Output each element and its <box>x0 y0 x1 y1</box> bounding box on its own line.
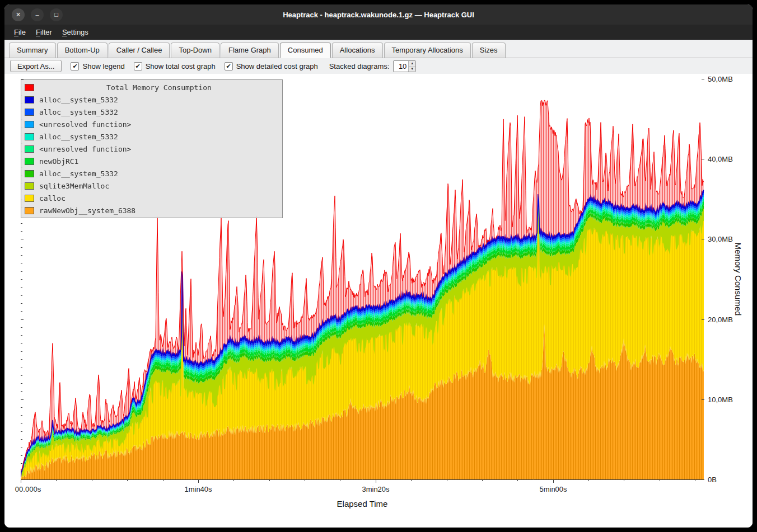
x-axis-title: Elapsed Time <box>337 499 388 509</box>
y-tick-label: 30,0MB <box>708 235 733 243</box>
y-tick-label: 0B <box>708 475 717 484</box>
y-tick-label: 10,0MB <box>708 396 733 404</box>
show-detailed-cost-option[interactable]: ✔ Show detailed cost graph <box>225 62 318 70</box>
chart-legend: Total Memory Consumption alloc__system_5… <box>21 79 283 218</box>
y-tick-label: 40,0MB <box>708 155 733 163</box>
check-icon: ✔ <box>72 63 77 70</box>
menu-file[interactable]: File <box>9 26 31 39</box>
menu-settings[interactable]: Settings <box>57 26 94 39</box>
legend-item: <unresolved function> <box>21 118 282 130</box>
legend-title-row: Total Memory Consumption <box>21 81 282 93</box>
minimize-button[interactable]: – <box>31 8 44 21</box>
legend-swatch <box>25 158 34 165</box>
legend-item: alloc__system_5332 <box>21 130 282 143</box>
check-icon: ✔ <box>135 63 141 70</box>
legend-item: alloc__system_5332 <box>21 93 282 106</box>
x-tick-label: 00.000s <box>15 485 41 493</box>
titlebar: ✕ – □ Heaptrack - heaptrack.wakunode.1.g… <box>4 4 753 25</box>
legend-swatch <box>25 121 34 128</box>
legend-item: sqlite3MemMalloc <box>21 180 282 192</box>
show-legend-label: Show legend <box>82 62 124 70</box>
maximize-icon: □ <box>54 11 58 18</box>
legend-swatch <box>25 195 34 202</box>
legend-item: alloc__system_5332 <box>21 167 282 180</box>
tab-flame-graph[interactable]: Flame Graph <box>221 43 279 58</box>
tab-bar: Summary Bottom-Up Caller / Callee Top-Do… <box>4 40 753 58</box>
legend-swatch-total <box>25 84 34 91</box>
show-detailed-cost-label: Show detailed cost graph <box>236 62 318 70</box>
consumed-chart: 50,0MB 40,0MB 30,0MB 20,0MB 10,0MB 0B 00… <box>4 74 753 528</box>
tab-consumed[interactable]: Consumed <box>280 43 331 58</box>
legend-title: Total Memory Consumption <box>39 83 279 92</box>
tab-summary[interactable]: Summary <box>9 43 56 58</box>
spin-up-icon[interactable]: ▲ <box>409 61 415 67</box>
legend-swatch <box>25 170 34 177</box>
export-as-button[interactable]: Export As... <box>10 60 62 72</box>
legend-swatch <box>25 145 34 153</box>
y-tick-label: 20,0MB <box>708 316 733 324</box>
minimize-icon: – <box>35 11 39 18</box>
tab-caller-callee[interactable]: Caller / Callee <box>109 43 170 58</box>
spin-down-icon[interactable]: ▼ <box>409 67 415 72</box>
heaptrack-window: ✕ – □ Heaptrack - heaptrack.wakunode.1.g… <box>4 4 753 528</box>
maximize-button[interactable]: □ <box>50 8 63 21</box>
show-legend-checkbox[interactable]: ✔ <box>71 62 79 70</box>
tab-temporary-allocations[interactable]: Temporary Allocations <box>384 43 471 58</box>
tab-bottom-up[interactable]: Bottom-Up <box>57 43 108 58</box>
legend-swatch <box>25 96 34 103</box>
legend-item: newObjRC1 <box>21 155 282 167</box>
check-icon: ✔ <box>226 63 231 70</box>
stacked-diagrams-label: Stacked diagrams: <box>329 62 390 70</box>
legend-item: rawNewObj__system_6388 <box>21 204 282 216</box>
legend-swatch <box>25 133 34 140</box>
stacked-diagrams-spinner[interactable]: 10 ▲ ▼ <box>393 60 416 72</box>
stacked-diagrams-value[interactable]: 10 <box>394 61 408 72</box>
legend-item: calloc <box>21 192 282 204</box>
menu-filter[interactable]: Filter <box>31 26 57 39</box>
window-controls: ✕ – □ <box>12 8 63 21</box>
legend-item: alloc__system_5332 <box>21 106 282 118</box>
show-total-cost-checkbox[interactable]: ✔ <box>134 62 142 70</box>
window-title: Heaptrack - heaptrack.wakunode.1.gz — He… <box>4 11 753 19</box>
tab-allocations[interactable]: Allocations <box>332 43 383 58</box>
x-tick-label: 5min00s <box>539 485 567 493</box>
close-button[interactable]: ✕ <box>12 8 25 21</box>
stacked-diagrams-group: Stacked diagrams: 10 ▲ ▼ <box>329 60 417 72</box>
y-tick-label: 50,0MB <box>708 75 733 83</box>
x-tick-label: 1min40s <box>184 485 212 493</box>
show-total-cost-label: Show total cost graph <box>146 62 216 70</box>
show-total-cost-option[interactable]: ✔ Show total cost graph <box>134 62 216 70</box>
show-detailed-cost-checkbox[interactable]: ✔ <box>225 62 233 70</box>
legend-item: <unresolved function> <box>21 143 282 155</box>
toolbar: Export As... ✔ Show legend ✔ Show total … <box>4 58 753 74</box>
legend-swatch <box>25 207 34 214</box>
tab-sizes[interactable]: Sizes <box>472 43 506 58</box>
close-icon: ✕ <box>16 11 21 18</box>
legend-swatch <box>25 182 34 190</box>
show-legend-option[interactable]: ✔ Show legend <box>71 62 124 70</box>
y-axis-title: Memory Consumed <box>733 243 743 316</box>
menubar: File Filter Settings <box>4 25 753 40</box>
x-tick-label: 3min20s <box>362 485 389 493</box>
legend-swatch <box>25 109 34 116</box>
tab-top-down[interactable]: Top-Down <box>171 43 219 58</box>
